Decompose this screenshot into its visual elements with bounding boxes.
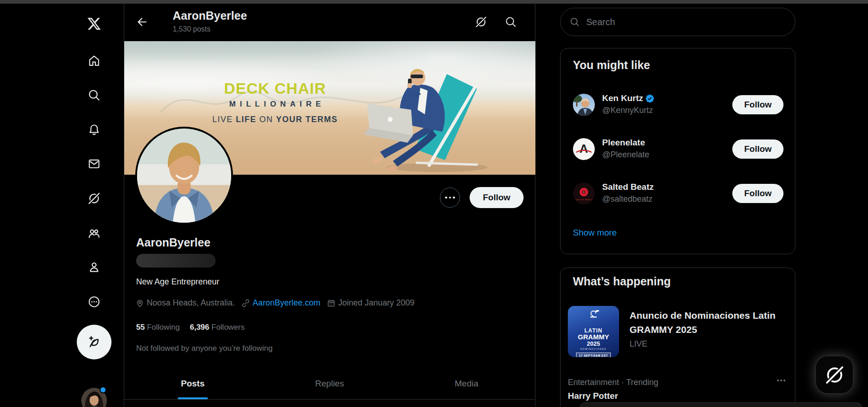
- grok-floating-button[interactable]: [815, 356, 853, 394]
- nav-notifications[interactable]: [80, 116, 108, 144]
- latin-grammy-logo-text: LATIN GRAMMY 2025: [568, 318, 619, 347]
- back-button[interactable]: [134, 14, 150, 30]
- trend-more-button[interactable]: [775, 378, 787, 383]
- suggestion-name: Ken Kurtz: [602, 93, 655, 103]
- profile-avatar[interactable]: [135, 127, 233, 225]
- profile-header: AaronByerlee 1,530 posts: [124, 4, 535, 41]
- suggestion-name: Salted Beatz: [602, 182, 654, 192]
- banner-tagline: LIVE LIFE ON YOUR TERMS: [206, 115, 344, 124]
- show-more-link[interactable]: Show more: [573, 228, 617, 238]
- trend-row-harry-potter[interactable]: Entertainment · Trending Harry Potter: [561, 372, 796, 404]
- svg-text:SALTED BEATZ: SALTED BEATZ: [576, 198, 592, 201]
- profile-bio: New Age Entrepreneur: [136, 277, 219, 287]
- profile-website-link[interactable]: AaronByerlee.com: [253, 298, 320, 308]
- follow-button[interactable]: Follow: [470, 187, 524, 208]
- mail-icon: [88, 157, 101, 170]
- profile-website[interactable]: AaronByerlee.com: [241, 298, 320, 308]
- right-sidebar: You might like Ken Kurtz @KennyKurtz Fol…: [536, 4, 868, 407]
- banner-text-block: DECK CHAIR MILLIONAIRE LIVE LIFE ON YOUR…: [206, 80, 344, 124]
- profile-tabs: Posts Replies Media: [124, 368, 535, 400]
- search-icon: [505, 16, 517, 28]
- profile-location: Noosa Heads, Australia.: [135, 298, 235, 308]
- nav-home[interactable]: [80, 47, 108, 75]
- follow-context-note: Not followed by anyone you’re following: [136, 344, 273, 353]
- follow-button-ken-kurtz[interactable]: Follow: [732, 95, 783, 114]
- svg-text:A: A: [580, 142, 588, 155]
- live-event-row[interactable]: LATIN GRAMMY 2025 NOMINACIONES 17 SEPT/9…: [561, 300, 796, 364]
- verified-badge-icon: [645, 94, 655, 103]
- banner-photo-man-on-deck-chair: [339, 54, 531, 174]
- search-icon: [88, 89, 101, 102]
- left-navigation: [0, 4, 124, 407]
- sidebar-search[interactable]: [560, 8, 795, 36]
- event-date-badge: 17 SEPT/9AM EST: [576, 353, 611, 357]
- calendar-icon: [327, 299, 336, 308]
- grok-icon: [824, 364, 845, 386]
- window-top-strip: [0, 0, 868, 4]
- profile-stats-row: 55 Following 6,396 Followers: [136, 323, 245, 332]
- tab-posts[interactable]: Posts: [124, 368, 261, 399]
- x-logo[interactable]: [80, 10, 108, 37]
- search-icon: [570, 17, 580, 27]
- grok-input-drawer[interactable]: [579, 402, 863, 407]
- posts-count: 1,530 posts: [173, 25, 211, 33]
- profile-icon: [88, 261, 101, 273]
- profile-avatar-image: [137, 129, 231, 223]
- nav-messages[interactable]: [80, 150, 108, 177]
- banner-heading: DECK CHAIR: [206, 80, 344, 97]
- profile-more-button[interactable]: [440, 187, 460, 208]
- header-grok-button[interactable]: [472, 13, 490, 31]
- header-search-button[interactable]: [502, 13, 520, 31]
- home-icon: [88, 54, 101, 67]
- salted-beatz-avatar: SALTED BEATZ: [573, 182, 595, 204]
- whats-happening-title: What’s happening: [573, 275, 671, 288]
- search-input[interactable]: [586, 17, 786, 27]
- tab-media[interactable]: Media: [398, 368, 535, 399]
- suggestion-name: Pleenelate: [602, 138, 645, 148]
- link-icon: [241, 299, 250, 308]
- suggestion-row-salted-beatz[interactable]: SALTED BEATZ Salted Beatz @saltedbeatz F…: [561, 171, 796, 215]
- profile-display-name: AaronByerlee: [136, 236, 211, 249]
- compose-feather-icon: [87, 335, 101, 349]
- you-might-like-card: You might like Ken Kurtz @KennyKurtz Fol…: [560, 48, 795, 254]
- following-stat[interactable]: 55 Following: [136, 323, 180, 332]
- x-profile-page: AaronByerlee 1,530 posts: [0, 0, 868, 407]
- profile-handle-redacted: [136, 254, 216, 268]
- grok-icon: [88, 192, 101, 205]
- suggestion-row-pleenelate[interactable]: A Pleenelate @Pleenelate Follow: [561, 127, 796, 171]
- grok-icon: [475, 16, 487, 28]
- nav-explore[interactable]: [80, 81, 108, 109]
- location-pin-icon: [135, 299, 144, 308]
- suggestion-handle: @Pleenelate: [602, 150, 649, 160]
- back-arrow-icon: [136, 16, 148, 28]
- follow-button-pleenelate[interactable]: Follow: [732, 139, 783, 159]
- tab-replies[interactable]: Replies: [261, 368, 398, 399]
- compose-post-button[interactable]: [77, 325, 111, 359]
- latin-grammy-thumbnail: LATIN GRAMMY 2025 NOMINACIONES 17 SEPT/9…: [568, 306, 619, 357]
- trend-topic: Harry Potter: [568, 391, 618, 401]
- nav-more[interactable]: [80, 288, 108, 316]
- suggestion-row-ken-kurtz[interactable]: Ken Kurtz @KennyKurtz Follow: [561, 83, 796, 127]
- gramophone-icon: [568, 308, 619, 319]
- nav-grok[interactable]: [80, 185, 108, 212]
- whats-happening-card: What’s happening LATIN GRAMMY 2025 NOMIN…: [560, 268, 795, 407]
- profile-joined: Joined January 2009: [327, 298, 414, 308]
- profile-meta-row: Noosa Heads, Australia. AaronByerlee.com…: [135, 298, 414, 308]
- live-event-headline: Anuncio de Nominaciones Latin GRAMMY 202…: [630, 308, 798, 337]
- trend-category: Entertainment · Trending: [568, 378, 658, 387]
- pleenelate-avatar: A: [573, 138, 595, 160]
- followers-stat[interactable]: 6,396 Followers: [190, 323, 244, 332]
- ken-kurtz-avatar: [573, 94, 595, 116]
- follow-button-salted-beatz[interactable]: Follow: [732, 184, 783, 203]
- suggestion-handle: @saltedbeatz: [602, 194, 652, 204]
- live-event-status: LIVE: [630, 339, 647, 349]
- suggestion-handle: @KennyKurtz: [602, 106, 653, 115]
- bell-icon: [88, 123, 101, 136]
- banner-subheading: MILLIONAIRE: [206, 100, 344, 109]
- nav-communities[interactable]: [80, 220, 108, 247]
- notification-dot: [100, 386, 106, 393]
- you-might-like-title: You might like: [573, 59, 650, 72]
- communities-icon: [88, 227, 101, 240]
- nav-profile[interactable]: [80, 253, 108, 281]
- profile-main-column: AaronByerlee 1,530 posts: [124, 4, 535, 407]
